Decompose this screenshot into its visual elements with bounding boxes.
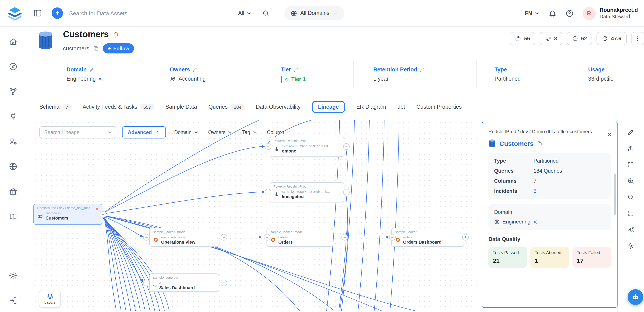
export-button[interactable]: [625, 143, 636, 154]
collapse-connector[interactable]: −: [143, 279, 150, 286]
gear-icon: [627, 242, 634, 249]
sidebar-item-integrations[interactable]: [9, 112, 18, 123]
user-menu[interactable]: R Rounakpreet.d Data Steward: [582, 7, 638, 20]
lineage-settings-button[interactable]: [625, 240, 636, 251]
views-button[interactable]: 62: [567, 32, 592, 45]
search-scope-dropdown[interactable]: All: [238, 10, 252, 16]
collapse-connector[interactable]: −: [343, 143, 350, 150]
rearrange-button[interactable]: [625, 224, 636, 235]
chatbot-button[interactable]: [627, 289, 643, 305]
usage-score-button[interactable]: 47.6: [596, 32, 626, 45]
fit-view-button[interactable]: [625, 159, 636, 171]
tab-dbt[interactable]: dbt: [398, 104, 405, 110]
notifications-button[interactable]: [548, 9, 557, 18]
edit-lineage-button[interactable]: [625, 127, 636, 138]
app-logo-icon[interactable]: [7, 5, 23, 21]
domain-hierarchy-icon[interactable]: [533, 219, 538, 224]
tab-lineage[interactable]: Lineage: [312, 101, 345, 113]
panel-scrollbar[interactable]: [614, 174, 616, 215]
avatar: R: [582, 7, 596, 20]
sidebar-item-glossary[interactable]: [9, 212, 18, 223]
lineage-node-orders[interactable]: sample_looker / model ordersOrders: [266, 228, 333, 247]
meta-owners: Owners Accounting: [156, 61, 262, 89]
sidebar-collapse-button[interactable]: [33, 9, 42, 19]
panel-title[interactable]: Customers: [499, 139, 534, 147]
filter-domain-dropdown[interactable]: Domain: [174, 130, 198, 135]
sidebar-item-lineage[interactable]: [9, 87, 18, 98]
lineage-node-orders-dashboard[interactable]: sample_looker ordersOrders Dashboard: [391, 228, 464, 247]
downvote-button[interactable]: 8: [540, 32, 562, 45]
lineage-canvas[interactable]: Advanced Domain Owners Tag Column Redshi…: [33, 120, 618, 311]
tab-custom-properties[interactable]: Custom Properties: [416, 104, 462, 110]
help-button[interactable]: [566, 9, 574, 18]
collapse-connector[interactable]: −: [100, 211, 106, 218]
search-icon[interactable]: [262, 10, 270, 17]
collapse-connector[interactable]: −: [343, 189, 350, 195]
network-icon: [9, 87, 18, 96]
edit-pencil-icon[interactable]: [89, 67, 94, 72]
collapse-connector[interactable]: −: [389, 234, 396, 241]
collapse-connector[interactable]: −: [143, 234, 150, 241]
sidebar-item-explore[interactable]: [9, 62, 18, 73]
sidebar-item-settings[interactable]: [9, 271, 18, 282]
entity-tabs: Schema7 Activity Feeds & Tasks557 Sample…: [40, 98, 644, 116]
follow-button[interactable]: ★ Follow: [103, 43, 134, 54]
edit-pencil-icon[interactable]: [294, 67, 298, 72]
expand-connector[interactable]: +: [220, 279, 227, 286]
copy-icon[interactable]: [93, 46, 99, 51]
more-actions-button[interactable]: ⋮: [631, 32, 644, 45]
collapse-connector[interactable]: −: [264, 234, 270, 241]
lineage-node-customers[interactable]: RedshiftProd / dev / demo_dbt_jaffle cus…: [33, 204, 102, 225]
ai-assistant-button[interactable]: [52, 8, 63, 19]
tab-count: 557: [140, 104, 154, 110]
collapse-connector[interactable]: −: [265, 189, 271, 195]
lineage-node-sales-dashboard[interactable]: sample_superset ∞ 31Sales Dashboard: [149, 273, 219, 292]
table-service-icon: [488, 139, 496, 148]
edit-pencil-icon[interactable]: [420, 67, 424, 72]
sidebar-item-logout[interactable]: [9, 296, 18, 307]
filter-column-dropdown[interactable]: Column: [267, 130, 291, 135]
tab-queries[interactable]: Queries184: [208, 104, 245, 110]
left-sidebar: [0, 27, 26, 312]
domains-selector[interactable]: All Domains: [284, 6, 344, 20]
zoom-out-button[interactable]: [625, 192, 636, 203]
sidebar-item-governance[interactable]: [9, 137, 18, 148]
tab-schema[interactable]: Schema7: [40, 104, 71, 110]
lineage-node-omone[interactable]: Powerbi-Redshift-Prod c771ab29-5792-46fc…: [270, 137, 344, 157]
collapse-connector[interactable]: −: [220, 234, 227, 241]
global-search: All: [68, 6, 270, 21]
language-selector[interactable]: EN: [524, 10, 540, 17]
global-search-input[interactable]: [68, 10, 234, 17]
filter-owners-dropdown[interactable]: Owners: [208, 130, 232, 135]
lineage-node-operations-view[interactable]: sample_looker / model operations_viewOpe…: [149, 228, 219, 247]
sparkle-icon: [54, 10, 61, 17]
advanced-filter-button[interactable]: Advanced: [122, 126, 166, 138]
edit-pencil-icon[interactable]: [192, 67, 198, 72]
sidebar-item-domains[interactable]: [9, 162, 18, 173]
tab-activity-feeds[interactable]: Activity Feeds & Tasks557: [82, 104, 154, 110]
filter-tag-dropdown[interactable]: Tag: [242, 130, 257, 135]
zoom-in-button[interactable]: [625, 175, 636, 187]
expand-connector[interactable]: +: [462, 234, 469, 241]
copy-icon[interactable]: [537, 141, 542, 146]
collapse-connector[interactable]: −: [341, 234, 348, 241]
fullscreen-button[interactable]: [625, 208, 636, 219]
zoom-in-icon: [627, 178, 634, 185]
upvote-button[interactable]: 56: [510, 32, 535, 45]
superset-icon: ∞: [153, 283, 157, 288]
sidebar-item-data-assets[interactable]: [9, 187, 18, 198]
collapse-connector[interactable]: −: [265, 143, 271, 150]
lineage-node-lineagetest[interactable]: Powerbi-Redshift-Prod 872e1f0c-500e-4e28…: [270, 182, 344, 202]
tab-data-observability[interactable]: Data Observability: [256, 104, 300, 110]
sidebar-item-home[interactable]: [9, 37, 18, 48]
layers-button[interactable]: Layers: [39, 290, 61, 307]
alert-bell-icon[interactable]: [113, 31, 119, 38]
tab-sample-data[interactable]: Sample Data: [166, 104, 197, 110]
incidents-link[interactable]: 5: [534, 188, 536, 194]
panel-breadcrumb[interactable]: RedshiftProd / dev / Demo dbt Jaffle / c…: [488, 128, 611, 135]
panel-close-button[interactable]: ✕: [607, 132, 612, 138]
lineage-search-input[interactable]: [43, 129, 104, 135]
domain-hierarchy-icon[interactable]: [98, 76, 104, 82]
topbar: All All Domains EN R Rounakpreet.d Data …: [0, 0, 644, 27]
tab-er-diagram[interactable]: ER Diagram: [356, 104, 386, 110]
